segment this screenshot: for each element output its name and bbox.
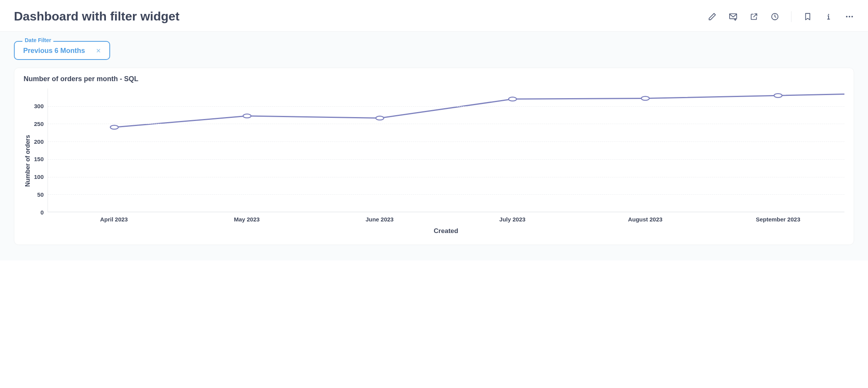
x-axis-ticks: April 2023May 2023June 2023July 2023Augu…: [48, 212, 844, 223]
x-tick: May 2023: [180, 216, 313, 223]
clock-icon[interactable]: [770, 12, 779, 21]
subscription-icon[interactable]: [728, 12, 738, 21]
divider: [791, 11, 791, 22]
bookmark-icon[interactable]: [803, 12, 812, 21]
x-tick: August 2023: [579, 216, 712, 223]
data-point[interactable]: [509, 97, 517, 101]
page-title: Dashboard with filter widget: [14, 9, 179, 24]
share-icon[interactable]: [749, 12, 759, 21]
x-tick: April 2023: [48, 216, 180, 223]
x-axis-title: Created: [48, 227, 844, 235]
line-series: [114, 94, 844, 128]
svg-point-2: [828, 14, 829, 14]
x-tick: September 2023: [711, 216, 844, 223]
close-icon[interactable]: ✕: [96, 47, 101, 54]
pencil-icon[interactable]: [708, 12, 717, 21]
data-point[interactable]: [376, 116, 384, 120]
filter-label: Date Filter: [22, 37, 53, 43]
data-point[interactable]: [110, 125, 118, 129]
chart-card: Number of orders per month - SQL Number …: [14, 68, 854, 245]
filter-value: Previous 6 Months: [23, 47, 85, 55]
x-tick: July 2023: [446, 216, 579, 223]
y-axis-ticks: 300250200150100500: [31, 88, 48, 212]
svg-rect-0: [730, 14, 737, 19]
grid-line: [48, 194, 844, 195]
grid-line: [48, 124, 844, 124]
plot[interactable]: [48, 88, 844, 212]
plot-wrap: April 2023May 2023June 2023July 2023Augu…: [48, 85, 844, 236]
data-point[interactable]: [243, 114, 251, 118]
grid-line: [48, 106, 844, 107]
data-point[interactable]: [774, 94, 782, 97]
grid-line: [48, 159, 844, 160]
data-point[interactable]: [641, 97, 649, 100]
chart-area: Number of orders 300250200150100500 Apri…: [24, 85, 844, 236]
dashboard-header: Dashboard with filter widget: [0, 0, 868, 32]
y-axis-title: Number of orders: [24, 135, 31, 187]
more-icon[interactable]: [845, 12, 854, 21]
info-icon[interactable]: [824, 12, 833, 21]
dashboard-body: Date Filter Previous 6 Months ✕ Number o…: [0, 32, 868, 260]
grid-line: [48, 141, 844, 142]
header-actions: [708, 11, 854, 22]
card-title: Number of orders per month - SQL: [24, 75, 844, 83]
date-filter-widget: Date Filter Previous 6 Months ✕: [14, 41, 110, 60]
grid-line: [48, 177, 844, 177]
x-tick: June 2023: [313, 216, 446, 223]
filter-pill[interactable]: Previous 6 Months ✕: [14, 41, 110, 60]
